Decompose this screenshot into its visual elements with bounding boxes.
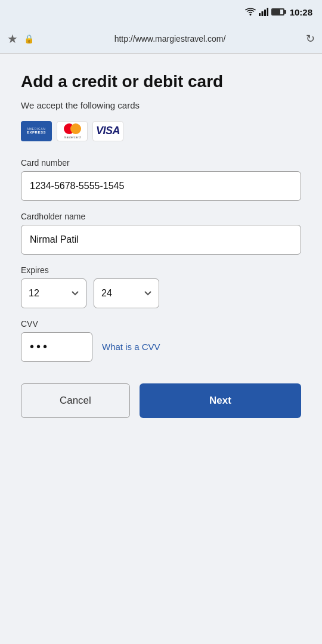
next-button[interactable]: Next (140, 383, 301, 418)
page-title: Add a credit or debit card (21, 72, 301, 92)
status-icons: 10:28 (245, 7, 312, 17)
cvv-input[interactable] (21, 332, 92, 362)
cvv-row: What is a CVV (21, 332, 301, 362)
expires-month-select[interactable]: 01 02 03 04 05 06 07 08 09 10 11 12 (21, 278, 86, 308)
url-bar[interactable]: http://www.margiestravel.com/ (40, 34, 300, 44)
card-number-group: Card number (21, 158, 301, 201)
cvv-label: CVV (21, 319, 301, 329)
cardholder-input[interactable] (21, 225, 301, 255)
status-bar: 10:28 (0, 0, 322, 24)
svg-rect-3 (264, 10, 266, 16)
lock-icon: 🔒 (24, 34, 34, 44)
status-time: 10:28 (290, 7, 312, 17)
cvv-group: CVV What is a CVV (21, 319, 301, 362)
expires-year-select[interactable]: 24 25 26 27 28 29 30 (94, 278, 159, 308)
wifi-icon (245, 8, 256, 16)
bottom-area (0, 596, 322, 644)
svg-rect-4 (267, 8, 268, 16)
card-logos: AMERICAN EXPRESS mastercard VISA (21, 121, 301, 141)
bookmark-icon[interactable]: ★ (7, 32, 18, 46)
card-number-label: Card number (21, 158, 301, 168)
card-number-input[interactable] (21, 171, 301, 201)
svg-rect-2 (261, 11, 263, 16)
browser-bar: ★ 🔒 http://www.margiestravel.com/ ↻ (0, 24, 322, 54)
cardholder-label: Cardholder name (21, 212, 301, 221)
expires-label: Expires (21, 265, 301, 275)
visa-logo: VISA (92, 121, 123, 141)
expires-row: 01 02 03 04 05 06 07 08 09 10 11 12 24 2… (21, 278, 301, 308)
amex-logo: AMERICAN EXPRESS (21, 121, 52, 141)
svg-rect-1 (259, 13, 261, 16)
cvv-help-link[interactable]: What is a CVV (102, 342, 160, 352)
cancel-button[interactable]: Cancel (21, 383, 130, 418)
main-content: Add a credit or debit card We accept the… (0, 54, 322, 596)
refresh-icon[interactable]: ↻ (306, 32, 315, 45)
cardholder-group: Cardholder name (21, 212, 301, 255)
expires-group: Expires 01 02 03 04 05 06 07 08 09 10 11… (21, 265, 301, 308)
svg-point-0 (249, 14, 251, 16)
mastercard-logo: mastercard (57, 121, 88, 141)
signal-icon (259, 8, 268, 16)
subtitle: We accept the following cards (21, 100, 301, 110)
button-row: Cancel Next (21, 383, 301, 418)
battery-icon (271, 8, 284, 16)
